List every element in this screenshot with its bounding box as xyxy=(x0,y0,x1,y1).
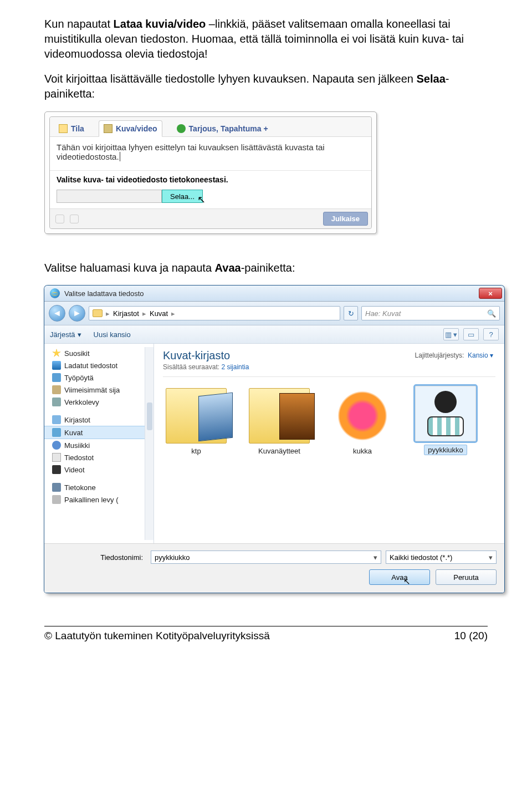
file-select-title: Valitse kuva- tai videotiedosto tietokon… xyxy=(50,170,371,187)
nav-scrollbar[interactable] xyxy=(145,347,154,540)
refresh-button[interactable]: ↻ xyxy=(344,306,358,320)
nav-favorites[interactable]: Suosikit xyxy=(44,347,154,359)
close-button[interactable]: × xyxy=(479,288,502,299)
tab-photo-label: Kuva/video xyxy=(116,124,157,133)
fb-composer: Tila Kuva/video Tarjous, Tapahtuma + Täh… xyxy=(44,111,377,234)
libraries-icon xyxy=(52,415,61,424)
forward-button[interactable]: ► xyxy=(69,305,85,322)
filetype-select[interactable]: Kaikki tiedostot (*.*) ▾ xyxy=(386,551,497,564)
download-icon xyxy=(52,361,61,370)
text-cursor xyxy=(119,152,120,161)
cancel-label: Peruuta xyxy=(453,573,479,582)
nav-downloads[interactable]: Ladatut tiedostot xyxy=(44,359,154,371)
tab-offer-label: Tarjous, Tapahtuma + xyxy=(189,124,268,133)
nav-music-label: Musiikki xyxy=(64,441,90,450)
nav-favorites-label: Suosikit xyxy=(64,349,90,358)
search-placeholder: Hae: Kuvat xyxy=(365,309,401,318)
publish-button[interactable]: Julkaise xyxy=(323,212,368,226)
file-path-field[interactable] xyxy=(57,190,162,203)
chevron-down-icon: ▾ xyxy=(78,330,81,339)
organize-label: Järjestä xyxy=(50,330,75,339)
document-footer: © Laatutyön tukeminen Kotityöpalveluyrit… xyxy=(44,626,488,642)
para3-pre: Valitse haluamasi kuva ja napauta xyxy=(44,262,215,274)
badge-icon xyxy=(177,124,186,133)
back-button[interactable]: ◄ xyxy=(49,305,65,322)
organize-menu[interactable]: Järjestä ▾ xyxy=(50,330,81,339)
breadcrumb-root: Kirjastot xyxy=(113,309,139,318)
navigation-pane: Suosikit Ladatut tiedostot Työpöytä Viim… xyxy=(44,344,154,543)
nav-desktop[interactable]: Työpöytä xyxy=(44,371,154,384)
nav-computer[interactable]: Tietokone xyxy=(44,481,154,493)
disk-icon xyxy=(52,495,61,504)
lib-sub-pre: Sisältää seuraavat: xyxy=(163,363,221,371)
sort-value-link[interactable]: Kansio ▾ xyxy=(468,351,493,359)
open-button[interactable]: Avaa ↖ xyxy=(369,569,430,585)
chevron-right-icon: ▸ xyxy=(105,309,111,318)
filename-value: pyykkiukko xyxy=(155,553,190,562)
documents-icon xyxy=(52,453,61,462)
nav-recent[interactable]: Viimeisimmät sija xyxy=(44,384,154,396)
tab-offer-event[interactable]: Tarjous, Tapahtuma + xyxy=(172,121,273,136)
nav-network[interactable]: Verkkolevy xyxy=(44,396,154,408)
chevron-right-icon: ▸ xyxy=(141,309,147,318)
nav-local-disk[interactable]: Paikallinen levy ( xyxy=(44,493,154,506)
divider xyxy=(163,376,495,377)
recent-icon xyxy=(52,385,61,394)
pictures-icon xyxy=(52,428,61,437)
breadcrumb[interactable]: ▸ Kirjastot ▸ Kuvat ▸ xyxy=(89,306,340,320)
item-label: ktp xyxy=(163,447,229,455)
nav-music[interactable]: Musiikki xyxy=(44,439,154,451)
dialog-navbar: ◄ ► ▸ Kirjastot ▸ Kuvat ▸ ↻ Hae: Kuvat 🔍 xyxy=(44,302,504,325)
new-folder-button[interactable]: Uusi kansio xyxy=(94,330,131,339)
filename-input[interactable]: pyykkiukko ▾ xyxy=(151,551,381,564)
item-label: Kuvanäytteet xyxy=(246,447,313,455)
dialog-title: Valitse ladattava tiedosto xyxy=(64,289,144,298)
para1-pre: Kun napautat xyxy=(44,18,114,30)
nav-libraries[interactable]: Kirjastot xyxy=(44,414,154,426)
search-input[interactable]: Hae: Kuvat 🔍 xyxy=(361,306,500,320)
nav-pictures[interactable]: Kuvat xyxy=(44,426,154,439)
chevron-right-icon: ▸ xyxy=(170,309,176,318)
item-ktp[interactable]: ktp xyxy=(163,388,229,455)
cursor-icon: ↖ xyxy=(403,577,411,587)
breadcrumb-sub: Kuvat xyxy=(150,309,168,318)
sort-order: Lajittelujärjestys: Kansio ▾ xyxy=(415,351,493,359)
dialog-titlebar: Valitse ladattava tiedosto × xyxy=(44,286,504,302)
nav-libraries-label: Kirjastot xyxy=(64,416,90,424)
cursor-icon: ↖ xyxy=(197,193,206,206)
view-mode-button[interactable]: ▥ ▾ xyxy=(443,328,459,340)
fb-tabs: Tila Kuva/video Tarjous, Tapahtuma + xyxy=(50,117,371,137)
nav-documents-label: Tiedostot xyxy=(64,453,94,462)
nav-videos-label: Videot xyxy=(64,466,85,474)
filetype-label: Kaikki tiedostot (*.*) xyxy=(390,553,452,562)
browse-button[interactable]: Selaa... xyxy=(162,190,203,203)
chevron-down-icon: ▾ xyxy=(489,553,493,562)
para1-bold: Lataa kuvia/video xyxy=(114,18,206,30)
thumbnails: ktp Kuvanäytteet kukka pyykkiukko xyxy=(163,386,495,455)
item-kukka[interactable]: kukka xyxy=(329,388,396,455)
paragraph-2: Voit kirjoittaa lisättävälle tiedostolle… xyxy=(44,72,488,101)
help-button[interactable]: ? xyxy=(483,328,499,340)
item-samples[interactable]: Kuvanäytteet xyxy=(246,388,313,455)
computer-icon xyxy=(52,483,61,492)
composer-textarea[interactable]: Tähän voi kirjoittaa lyhyen esittelyn ta… xyxy=(50,137,371,170)
cancel-button[interactable]: Peruuta xyxy=(436,569,497,585)
desktop-icon xyxy=(52,373,61,382)
para2-pre: Voit kirjoittaa lisättävälle tiedostolle… xyxy=(44,73,417,85)
nav-pictures-label: Kuvat xyxy=(64,429,83,437)
lib-locations-link[interactable]: 2 sijaintia xyxy=(221,363,249,371)
location-icon[interactable] xyxy=(70,215,79,223)
ie-icon xyxy=(50,288,60,298)
nav-videos[interactable]: Videot xyxy=(44,463,154,476)
clock-icon[interactable] xyxy=(55,215,64,223)
chevron-down-icon[interactable]: ▾ xyxy=(374,553,377,562)
sort-value-label: Kansio xyxy=(468,351,488,359)
preview-pane-button[interactable]: ▭ xyxy=(463,328,479,340)
item-label: kukka xyxy=(329,447,396,455)
nav-recent-label: Viimeisimmät sija xyxy=(64,386,120,394)
dialog-toolbar: Järjestä ▾ Uusi kansio ▥ ▾ ▭ ? xyxy=(44,325,504,344)
item-pyykkiukko[interactable]: pyykkiukko xyxy=(412,386,479,455)
tab-status[interactable]: Tila xyxy=(54,121,89,136)
tab-photo-video[interactable]: Kuva/video xyxy=(99,120,162,137)
nav-documents[interactable]: Tiedostot xyxy=(44,451,154,463)
